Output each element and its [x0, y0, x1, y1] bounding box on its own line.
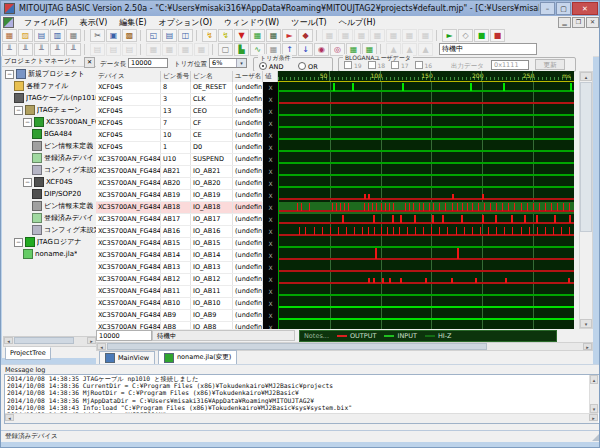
mdi-window-button[interactable]: ❐: [572, 17, 585, 28]
table-row[interactable]: XC3S700AN_FG484AB9IO_AB9(undefined): [96, 310, 263, 322]
blogana-bit-16[interactable]: 16: [415, 62, 433, 69]
data-length-input[interactable]: 10000: [128, 58, 168, 68]
copy-icon[interactable]: ▣: [106, 29, 121, 42]
table-row[interactable]: XC3S700AN_FG484AB15IO_AB15(undefined): [96, 238, 263, 250]
rescan-chain-icon[interactable]: ↯: [218, 29, 233, 42]
run-target-icon[interactable]: ►: [282, 29, 297, 42]
tree-item-device-green[interactable]: 登録済みデバイ: [2, 212, 96, 224]
panel-close-icon[interactable]: ✕: [84, 57, 95, 68]
chevron-down-icon[interactable]: ▾: [236, 59, 246, 67]
update-button[interactable]: 更新: [535, 59, 565, 70]
cut-icon[interactable]: ✂: [90, 29, 105, 42]
checkbox-icon[interactable]: [344, 61, 352, 69]
tree-item-chain[interactable]: −JTAGチェーン: [2, 104, 96, 116]
table-row[interactable]: XC3S700AN_FG484AB10IO_AB10(undefined): [96, 298, 263, 310]
scroll-right-icon[interactable]: ▸: [589, 414, 598, 421]
radio-or[interactable]: OR: [298, 62, 318, 71]
mdi-window-button[interactable]: ▁: [558, 17, 571, 28]
tree-expand-icon[interactable]: −: [23, 118, 32, 127]
waveform-vscrollbar[interactable]: ▴ ▾: [579, 71, 593, 329]
table-row[interactable]: XC3S700AN_FG484AB20IO_AB20(undefined): [96, 178, 263, 190]
autodetect-chain-icon[interactable]: ↯: [202, 29, 217, 42]
scroll-left-icon[interactable]: ◂: [97, 343, 106, 350]
scroll-down-icon[interactable]: ▾: [580, 319, 592, 328]
maximize-button[interactable]: ▢: [556, 2, 571, 15]
tree-expand-icon[interactable]: −: [23, 178, 32, 187]
tab-project-tree[interactable]: ProjectTree: [5, 347, 51, 360]
tree-item-chip-green[interactable]: −XC3S700AN_FG484: [2, 116, 96, 128]
stamp3-icon[interactable]: ▲: [418, 43, 433, 56]
tree-item-cable[interactable]: JTAGケーブル(np1010): [2, 92, 96, 104]
device-op4-icon[interactable]: ▦: [370, 29, 385, 42]
table-row[interactable]: XC3S700AN_FG484U10SUSPEND(undefined): [96, 154, 263, 166]
project-tree-hscrollbar[interactable]: ◂ ▸: [3, 336, 97, 347]
tree-item-chip-dark[interactable]: DIP/SOP20: [2, 188, 96, 200]
pin-hiz-icon[interactable]: ╨: [66, 43, 81, 56]
mdi-window-button[interactable]: ✕: [586, 17, 599, 28]
wave-tool2-icon[interactable]: ▦: [162, 43, 177, 56]
debug-tool-icon[interactable]: ◆: [298, 29, 313, 42]
menu-item[interactable]: ツール(T): [285, 18, 333, 27]
window-list-icon[interactable]: ▤: [162, 29, 177, 42]
column-header[interactable]: ピン番号: [161, 71, 191, 82]
scroll-left-icon[interactable]: ◂: [5, 414, 14, 421]
table-row[interactable]: XC3S700AN_FG484AB18IO_AB18(undefined): [96, 202, 263, 214]
sample-mode2-icon[interactable]: ▤: [106, 43, 121, 56]
tree-expand-icon[interactable]: −: [5, 70, 14, 79]
tree-expand-icon[interactable]: −: [14, 238, 23, 247]
scroll-left-icon[interactable]: ◂: [4, 337, 13, 344]
print-icon[interactable]: ▦: [66, 29, 81, 42]
logana-run-icon[interactable]: ▙: [234, 43, 249, 56]
tab-noname-jla-[interactable]: noname.jla(変更): [158, 350, 237, 364]
table-row[interactable]: XCF04S13CEO(undefined): [96, 106, 263, 118]
table-row[interactable]: XCF04S8OE_RESET(undefined): [96, 82, 263, 94]
tree-item-pin-gray[interactable]: ピン情報未定義: [2, 140, 96, 152]
table-row[interactable]: XCF04S10CE(undefined): [96, 130, 263, 142]
boundary-scan-green-icon[interactable]: ▦: [250, 29, 265, 42]
tile-windows-icon[interactable]: ◫: [178, 29, 193, 42]
menu-item[interactable]: 表示(V): [74, 18, 114, 27]
channel-down-icon[interactable]: ↓: [298, 43, 313, 56]
device-op1-icon[interactable]: ▦: [322, 29, 337, 42]
radio-and-icon[interactable]: [259, 62, 267, 70]
table-row[interactable]: XC3S700AN_FG484AB16IO_AB16(undefined): [96, 226, 263, 238]
radio-and[interactable]: AND: [259, 62, 283, 71]
pin-all-down-icon[interactable]: ╨: [18, 43, 33, 56]
sample-mode3-icon[interactable]: ▤: [122, 43, 137, 56]
wave-tool3-icon[interactable]: ▦: [178, 43, 193, 56]
table-row[interactable]: XC3S700AN_FG484AB17IO_AB17(undefined): [96, 214, 263, 226]
open-project-icon[interactable]: ▨: [18, 29, 33, 42]
zoom-in-icon[interactable]: ◉: [314, 43, 329, 56]
pause-icon[interactable]: ◇: [458, 29, 473, 42]
log-vscrollbar[interactable]: ▴ ▾: [589, 375, 599, 413]
device-op7-icon[interactable]: ▦: [418, 29, 433, 42]
radio-or-icon[interactable]: [298, 62, 306, 70]
paste-icon[interactable]: ▩: [122, 29, 137, 42]
wave-tool4-icon[interactable]: ▦: [194, 43, 209, 56]
scroll-up-icon[interactable]: ▴: [590, 375, 598, 384]
boundary-scan-dark-icon[interactable]: ▦: [266, 29, 281, 42]
table-row[interactable]: XC3S700AN_FG484AB14IO_AB14(undefined): [96, 250, 263, 262]
table-row[interactable]: XC3S700AN_FG484AB19IO_AB19(undefined): [96, 190, 263, 202]
table-row[interactable]: XC3S700AN_FG484AB12IO_AB12(undefined): [96, 274, 263, 286]
table-row[interactable]: XC3S700AN_FG484AB13IO_AB13(undefined): [96, 262, 263, 274]
minimize-button[interactable]: –: [540, 2, 555, 15]
menu-item[interactable]: 編集(E): [113, 18, 152, 27]
scroll-thumb[interactable]: [107, 343, 487, 350]
tree-item-chip-dark[interactable]: −XCF04S: [2, 176, 96, 188]
new-wave-icon[interactable]: ▢: [218, 43, 233, 56]
tree-item-config-gray[interactable]: コンフィグ未設定: [2, 164, 96, 176]
blogana-bit-18[interactable]: 18: [368, 62, 386, 69]
acquire-stop-icon[interactable]: ■: [490, 29, 505, 42]
pin-high-icon[interactable]: ╨: [34, 43, 49, 56]
menu-item[interactable]: ヘルプ(H): [333, 18, 382, 27]
column-header[interactable]: ユーザ名: [233, 71, 263, 82]
scroll-right-icon[interactable]: ▸: [87, 337, 96, 344]
blogana-bit-17[interactable]: 17: [391, 62, 409, 69]
tree-expand-icon[interactable]: −: [14, 106, 23, 115]
tab-mainview[interactable]: MainView: [99, 351, 155, 364]
device-op6-icon[interactable]: ▦: [402, 29, 417, 42]
blogana-bit-19[interactable]: 19: [344, 62, 362, 69]
scroll-down-icon[interactable]: ▾: [590, 404, 598, 413]
device-op2-icon[interactable]: ▦: [338, 29, 353, 42]
